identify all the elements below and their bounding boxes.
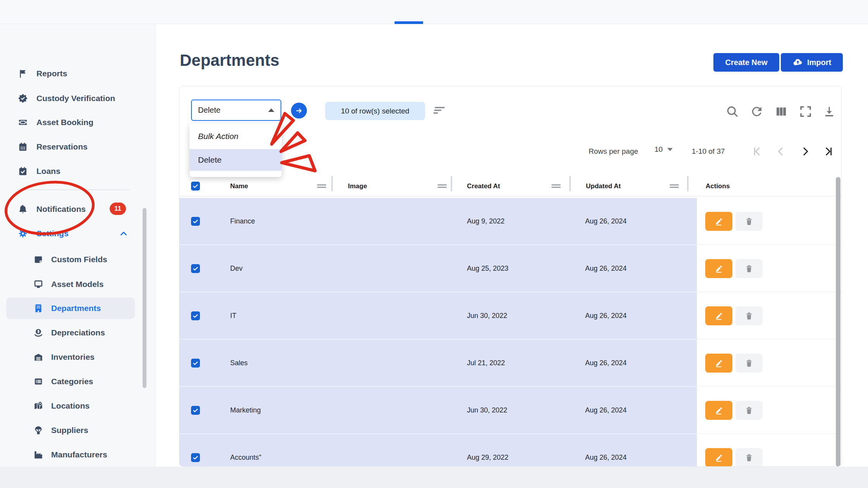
table-row: Finance Aug 9, 2022 Aug 26, 2024 — [179, 198, 842, 245]
column-separator — [687, 176, 689, 191]
filter-list-icon[interactable] — [432, 106, 445, 116]
sidebar-item-departments[interactable]: Departments — [0, 300, 140, 317]
cloud-upload-icon — [792, 57, 803, 68]
edit-button[interactable] — [705, 212, 732, 231]
view-columns-icon[interactable] — [774, 105, 788, 119]
sidebar-divider — [18, 189, 129, 190]
row-checkbox[interactable] — [191, 406, 200, 415]
delete-button[interactable] — [735, 354, 763, 373]
row-selected-area[interactable]: Accounts" Aug 29, 2022 Aug 26, 2024 — [179, 434, 697, 467]
sidebar-item-manufacturers[interactable]: Manufacturers — [0, 446, 140, 463]
bulk-action-select[interactable]: Delete — [191, 100, 281, 121]
column-header-actions[interactable]: Actions — [706, 177, 730, 196]
row-actions-cell — [697, 434, 842, 467]
row-checkbox[interactable] — [191, 359, 200, 368]
delete-button[interactable] — [735, 259, 763, 278]
row-checkbox[interactable] — [191, 264, 200, 273]
bulk-action-menu-header: Bulk Action — [189, 123, 282, 149]
sidebar-item-label: Notifications — [36, 204, 86, 214]
list-icon — [33, 376, 43, 387]
menu-option-delete[interactable]: Delete — [189, 149, 282, 171]
trash-icon — [744, 264, 754, 273]
table-scrollbar[interactable] — [836, 177, 840, 467]
edit-button[interactable] — [705, 448, 732, 467]
search-icon[interactable] — [725, 105, 739, 119]
cell-name: IT — [230, 292, 236, 339]
sidebar-item-inventories[interactable]: Inventories — [0, 349, 140, 366]
column-header-name[interactable]: Name — [230, 177, 248, 196]
row-selected-area[interactable]: Marketing Jun 30, 2022 Aug 26, 2024 — [179, 387, 697, 434]
cell-updated-at: Aug 26, 2024 — [585, 292, 627, 339]
sidebar-item-depreciations[interactable]: Depreciations — [0, 324, 140, 341]
rows-selected-chip: 10 of row(s) selected — [325, 102, 425, 120]
sidebar-item-asset-models[interactable]: Asset Models — [0, 276, 140, 293]
row-selected-area[interactable]: Dev Aug 25, 2023 Aug 26, 2024 — [179, 245, 697, 292]
cell-updated-at: Aug 26, 2024 — [585, 198, 627, 244]
column-resize-handle[interactable] — [317, 183, 326, 189]
rows-per-page-label: Rows per page — [589, 147, 638, 156]
next-page-button[interactable] — [799, 146, 811, 157]
column-header-updated-at[interactable]: Updated At — [586, 177, 621, 196]
arrow-right-icon — [294, 106, 304, 115]
refresh-icon[interactable] — [750, 105, 764, 119]
cell-created-at: Jun 30, 2022 — [467, 387, 507, 433]
sidebar-item-asset-booking[interactable]: Asset Booking — [0, 114, 140, 131]
sidebar-item-locations[interactable]: Locations — [0, 397, 140, 414]
sidebar-item-reservations[interactable]: Reservations — [0, 138, 140, 155]
edit-button[interactable] — [705, 259, 732, 278]
sidebar-item-label: Depreciations — [51, 328, 105, 337]
sidebar-item-custom-fields[interactable]: Custom Fields — [0, 251, 140, 268]
sidebar-item-categories[interactable]: Categories — [0, 373, 140, 390]
row-selected-area[interactable]: Sales Jul 21, 2022 Aug 26, 2024 — [179, 340, 697, 387]
edit-button[interactable] — [705, 354, 732, 373]
first-page-button[interactable] — [751, 146, 763, 157]
row-checkbox[interactable] — [191, 311, 200, 320]
sidebar-item-label: Inventories — [51, 352, 95, 362]
column-resize-handle[interactable] — [437, 183, 447, 189]
sidebar-item-label: Asset Booking — [36, 118, 93, 127]
sidebar-scrollbar[interactable] — [143, 208, 146, 388]
row-checkbox[interactable] — [191, 453, 200, 462]
import-label: Import — [807, 58, 831, 67]
calendar-check-icon — [18, 166, 28, 176]
bell-icon — [18, 204, 28, 214]
browser-top-band — [0, 0, 868, 24]
caret-up-icon — [268, 108, 274, 112]
sidebar-item-loans[interactable]: Loans — [0, 163, 140, 180]
row-selected-area[interactable]: IT Jun 30, 2022 Aug 26, 2024 — [179, 292, 697, 340]
table-row: Accounts" Aug 29, 2022 Aug 26, 2024 — [179, 434, 842, 467]
sidebar: Reports Custody Verification Asset Booki… — [0, 24, 155, 467]
cell-name: Finance — [230, 198, 255, 244]
delete-button[interactable] — [735, 212, 763, 231]
column-header-created-at[interactable]: Created At — [467, 177, 500, 196]
apply-bulk-action-button[interactable] — [291, 103, 307, 119]
sidebar-item-label: Custody Verification — [36, 94, 115, 103]
rows-per-page-select[interactable]: 10 — [654, 145, 673, 154]
sidebar-item-suppliers[interactable]: Suppliers — [0, 422, 140, 439]
select-all-checkbox[interactable] — [191, 182, 200, 191]
sidebar-item-custody-verification[interactable]: Custody Verification — [0, 90, 140, 107]
flag-icon — [18, 69, 28, 79]
column-resize-handle[interactable] — [551, 183, 561, 189]
row-checkbox[interactable] — [191, 217, 200, 226]
edit-button[interactable] — [705, 401, 732, 420]
create-new-button[interactable]: Create New — [713, 53, 779, 72]
delete-button[interactable] — [735, 401, 763, 420]
delete-button[interactable] — [735, 448, 763, 467]
column-separator — [451, 176, 452, 191]
import-button[interactable]: Import — [781, 53, 843, 72]
column-header-image[interactable]: Image — [348, 177, 367, 196]
last-page-button[interactable] — [823, 146, 835, 157]
create-new-label: Create New — [725, 58, 768, 67]
sidebar-item-reports[interactable]: Reports — [0, 65, 140, 82]
previous-page-button[interactable] — [775, 146, 787, 157]
download-icon[interactable] — [822, 105, 836, 119]
edit-button[interactable] — [705, 306, 732, 325]
chevron-up-icon[interactable] — [119, 229, 129, 239]
sidebar-item-label: Custom Fields — [51, 255, 107, 264]
sidebar-item-label: Suppliers — [51, 426, 88, 435]
delete-button[interactable] — [735, 306, 763, 325]
row-selected-area[interactable]: Finance Aug 9, 2022 Aug 26, 2024 — [179, 198, 697, 245]
fullscreen-icon[interactable] — [799, 105, 813, 119]
column-resize-handle[interactable] — [670, 183, 679, 189]
